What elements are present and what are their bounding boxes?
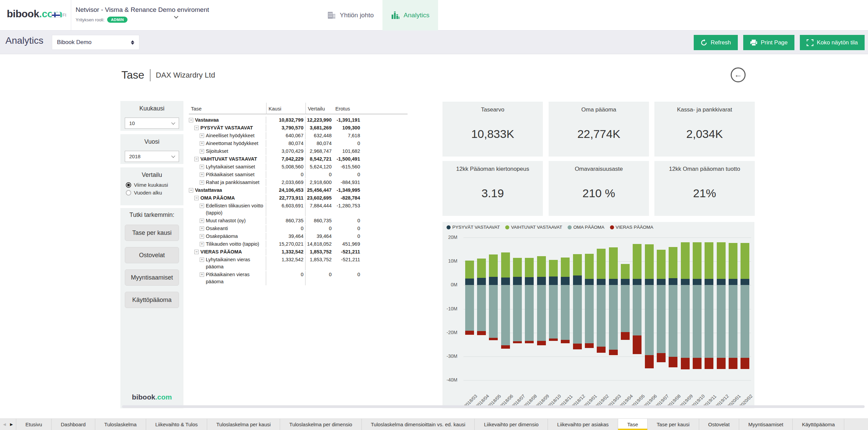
legend-item[interactable]: OMA PÄÄOMA — [568, 225, 605, 230]
legend-item[interactable]: VIERAS PÄÄOMA — [610, 225, 653, 230]
bar-2019-10[interactable] — [691, 238, 703, 380]
collapse-icon[interactable]: − — [189, 118, 193, 122]
expand-icon[interactable]: + — [200, 180, 204, 185]
bar-2018-03[interactable] — [463, 238, 475, 380]
drill-button[interactable]: Käyttöpääoma — [125, 292, 179, 308]
sheet-tab-käyttöpääoma[interactable]: Käyttöpääoma — [793, 419, 844, 430]
tab-analytics[interactable]: Analytics — [382, 0, 438, 30]
legend-item[interactable]: VAIHTUVAT VASTAAVAT — [505, 225, 562, 230]
bar-2020-01[interactable] — [727, 238, 739, 380]
row-label: Pitkäaikainen vieras pääoma — [206, 271, 264, 285]
seg-vaihtuvat-vastaavat — [573, 254, 582, 275]
bar-2019-01[interactable] — [583, 238, 595, 380]
sheet-tab-liikevaihto-tulos[interactable]: Liikevaihto & Tulos — [146, 419, 207, 430]
y-axis-label: 0M — [440, 282, 457, 287]
bar-2019-03[interactable] — [607, 238, 619, 380]
bar-2018-12[interactable] — [571, 238, 583, 380]
report-selector[interactable]: Bibook Demo — [52, 35, 139, 50]
bar-2019-11[interactable] — [703, 238, 715, 380]
seg-vaihtuvat-vastaavat — [513, 258, 522, 277]
bar-2019-04[interactable] — [619, 238, 631, 380]
sheet-tab-tuloslaskelma[interactable]: Tuloslaskelma — [95, 419, 146, 430]
expand-icon[interactable]: + — [200, 258, 204, 262]
expand-icon[interactable]: + — [200, 204, 204, 208]
bar-2018-06[interactable] — [499, 238, 511, 380]
prev-sheet-icon[interactable]: ◀ — [3, 422, 6, 427]
expand-icon[interactable]: + — [200, 134, 204, 138]
sheet-tab-dashboard[interactable]: Dashboard — [52, 419, 95, 430]
bar-2019-02[interactable] — [595, 238, 607, 380]
radio-option-unselected[interactable]: Vuoden alku — [126, 190, 183, 196]
expand-icon[interactable]: + — [200, 242, 204, 246]
bar-2020-02[interactable] — [739, 238, 751, 380]
expand-icon[interactable]: + — [200, 272, 204, 277]
sheet-tab-liikevaihto-per-asiakas[interactable]: Liikevaihto per asiakas — [548, 419, 618, 430]
seg-vaihtuvat-vastaavat — [585, 254, 594, 279]
seg-pysyvat-vastaavat — [549, 277, 558, 285]
year-filter-label: Vuosi — [120, 134, 183, 145]
month-select[interactable]: 10 — [125, 118, 179, 129]
collapse-icon[interactable]: − — [194, 250, 199, 254]
bar-2019-06[interactable] — [643, 238, 655, 380]
back-button[interactable]: ← — [731, 67, 746, 82]
sheet-tab-ostovelat[interactable]: Ostovelat — [699, 419, 739, 430]
drill-button[interactable]: Tase per kausi — [125, 225, 179, 241]
expand-icon[interactable]: + — [200, 172, 204, 177]
bar-2018-11[interactable] — [559, 238, 571, 380]
table-row: +Pitkäaikaiset saamiset000 — [189, 171, 408, 179]
column-header-vertailu: Vertailu — [305, 103, 333, 114]
legend-dot-icon — [447, 225, 451, 229]
bar-2018-10[interactable] — [547, 238, 559, 380]
company-selector[interactable]: Netvisor - Visma & Renance Demo envirome… — [76, 6, 209, 23]
radio-option-selected[interactable]: Viime kuukausi — [126, 182, 183, 188]
bar-2019-07[interactable] — [655, 238, 667, 380]
bar-2019-12[interactable] — [715, 238, 727, 380]
printer-button[interactable]: Print Page — [743, 35, 794, 50]
fullscreen-button[interactable]: Koko näytön tila — [800, 35, 865, 50]
bar-2018-07[interactable] — [511, 238, 523, 380]
year-select[interactable]: 2018 — [125, 151, 179, 162]
bar-2018-04[interactable] — [475, 238, 487, 380]
expand-icon[interactable]: + — [200, 165, 204, 169]
bar-2018-05[interactable] — [488, 238, 499, 380]
sheet-tab-tuloslaskelma-per-dimensio[interactable]: Tuloslaskelma per dimensio — [280, 419, 361, 430]
sheet-tab-label: Tuloslaskelma dimensioittain vs. ed. kau… — [371, 422, 466, 427]
sheet-tab-etusivu[interactable]: Etusivu — [16, 419, 52, 430]
horizontal-scrollbar[interactable] — [122, 405, 865, 408]
expand-icon[interactable]: + — [200, 226, 204, 231]
sheet-tab-tuloslaskelma-dimensioittain-vs-ed-kausi[interactable]: Tuloslaskelma dimensioittain vs. ed. kau… — [362, 419, 475, 430]
sheet-tab-liikevaihto-per-dimensio[interactable]: Liikevaihto per dimensio — [475, 419, 548, 430]
drill-button[interactable]: Ostovelat — [125, 247, 179, 263]
refresh-button[interactable]: Refresh — [694, 35, 738, 50]
tab-yhtion-johto[interactable]: Yhtiön johto — [319, 0, 382, 30]
bar-2019-09[interactable] — [679, 238, 691, 380]
expand-icon[interactable]: + — [200, 219, 204, 223]
sheet-tab-myyntisaamiset[interactable]: Myyntisaamiset — [739, 419, 793, 430]
cell-kausi: 1,332,542 — [266, 248, 305, 255]
drill-button[interactable]: Myyntisaamiset — [125, 269, 179, 286]
locale-switcher[interactable]: FI — [52, 12, 66, 18]
bar-2019-08[interactable] — [667, 238, 679, 380]
bar-2018-09[interactable] — [535, 238, 547, 380]
expand-icon[interactable]: + — [200, 234, 204, 239]
table-row: +Sijoitukset3,070,4292,968,747101,682 — [189, 147, 408, 155]
collapse-icon[interactable]: − — [194, 157, 199, 161]
collapse-icon[interactable]: − — [194, 126, 199, 130]
sheet-tab-tase[interactable]: Tase — [618, 419, 648, 430]
seg-vieras-paaoma — [657, 353, 666, 362]
expand-icon[interactable]: + — [200, 149, 204, 153]
next-sheet-icon[interactable]: ▶ — [10, 422, 13, 427]
seg-pysyvat-vastaavat — [561, 277, 570, 285]
sheet-tab-tase-per-kausi[interactable]: Tase per kausi — [648, 419, 699, 430]
seg-pysyvat-vastaavat — [681, 279, 690, 285]
collapse-icon[interactable]: − — [189, 188, 193, 192]
expand-icon[interactable]: + — [200, 141, 204, 146]
bar-2019-05[interactable] — [631, 238, 643, 380]
seg-vieras-paaoma — [705, 358, 713, 369]
bar-2018-08[interactable] — [524, 238, 535, 380]
table-row: +Lyhytaikainen vieras pääoma1,332,5421,8… — [189, 256, 408, 271]
legend-item[interactable]: PYSYVÄT VASTAAVAT — [447, 225, 500, 230]
cell-erotus: 0 — [333, 233, 362, 240]
sheet-tab-tuloslaskelma-per-kausi[interactable]: Tuloslaskelma per kausi — [207, 419, 280, 430]
collapse-icon[interactable]: − — [194, 196, 199, 200]
